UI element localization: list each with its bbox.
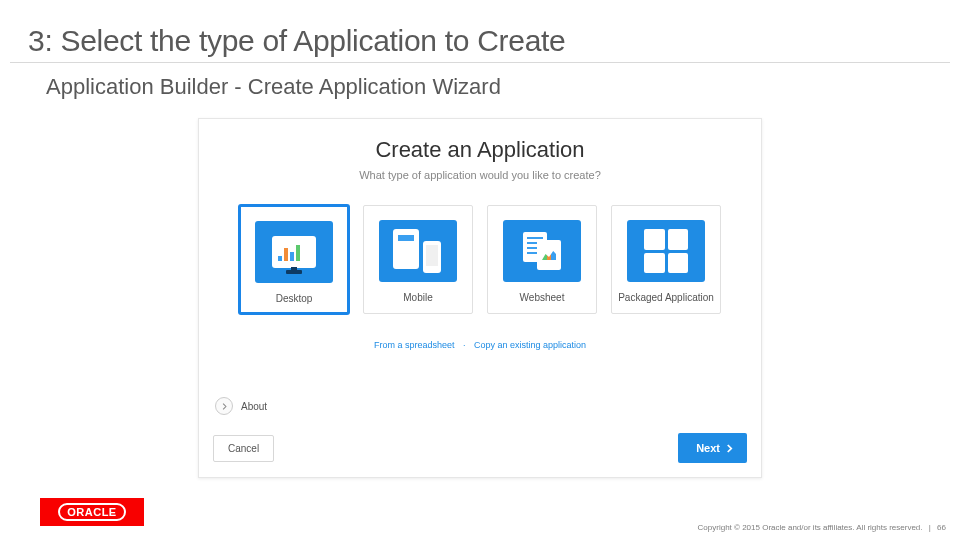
copyright-text: Copyright © 2015 Oracle and/or its affil…	[698, 523, 923, 532]
chevron-right-icon	[221, 403, 228, 410]
chevron-right-icon	[726, 444, 733, 453]
link-from-spreadsheet[interactable]: From a spreadsheet	[374, 340, 455, 350]
packaged-icon	[627, 220, 705, 282]
slide-container: 3: Select the type of Application to Cre…	[0, 0, 960, 540]
card-label: Desktop	[241, 293, 347, 304]
oracle-logo: ORACLE	[40, 498, 144, 526]
card-desktop[interactable]: Desktop	[239, 205, 349, 314]
about-row: About	[215, 397, 267, 415]
footer-separator: |	[929, 523, 931, 532]
page-number: 66	[937, 523, 946, 532]
app-builder-screenshot: Create an Application What type of appli…	[198, 118, 762, 478]
title-divider	[10, 62, 950, 63]
slide-title: 3: Select the type of Application to Cre…	[28, 24, 565, 58]
about-expand-button[interactable]	[215, 397, 233, 415]
about-label: About	[241, 401, 267, 412]
oracle-wordmark: ORACLE	[58, 503, 125, 521]
card-mobile[interactable]: Mobile	[363, 205, 473, 314]
desktop-icon	[255, 221, 333, 283]
cancel-button[interactable]: Cancel	[213, 435, 274, 462]
app-type-cards: Desktop Mobile Websheet Packaged Applica…	[199, 205, 761, 314]
link-copy-existing[interactable]: Copy an existing application	[474, 340, 586, 350]
card-label: Websheet	[488, 292, 596, 303]
card-websheet[interactable]: Websheet	[487, 205, 597, 314]
builder-question: What type of application would you like …	[199, 169, 761, 181]
card-label: Mobile	[364, 292, 472, 303]
builder-title: Create an Application	[199, 137, 761, 163]
alt-create-links: From a spreadsheet · Copy an existing ap…	[199, 340, 761, 350]
websheet-icon	[503, 220, 581, 282]
next-button[interactable]: Next	[678, 433, 747, 463]
slide-footer: Copyright © 2015 Oracle and/or its affil…	[698, 523, 946, 532]
slide-subtitle: Application Builder - Create Application…	[46, 74, 501, 100]
card-packaged[interactable]: Packaged Application	[611, 205, 721, 314]
mobile-icon	[379, 220, 457, 282]
builder-footer: Cancel Next	[213, 433, 747, 463]
builder-header: Create an Application What type of appli…	[199, 119, 761, 185]
card-label: Packaged Application	[612, 292, 720, 303]
next-label: Next	[696, 442, 720, 454]
